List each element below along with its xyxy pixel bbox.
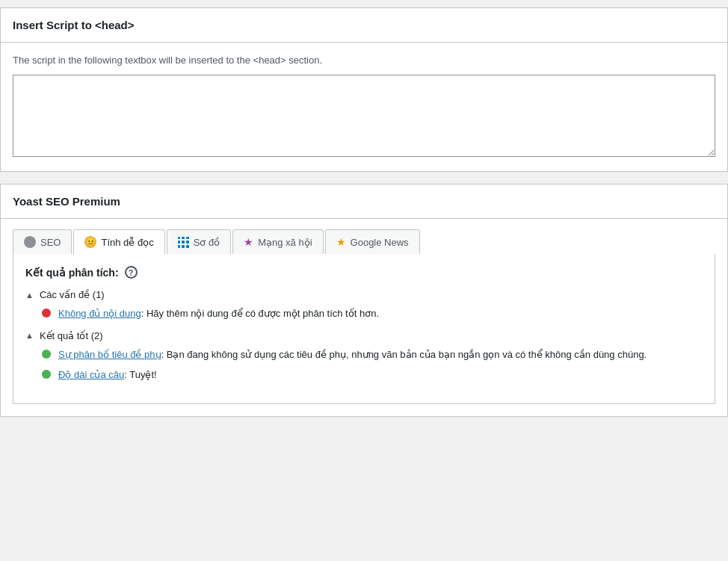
good-link-0[interactable]: Sự phân bố tiêu đề phụ bbox=[58, 349, 161, 360]
yoast-seo-section: Yoast SEO Premium SEO 😐 Tính dễ đọc Sơ đ… bbox=[0, 184, 728, 417]
good-suffix-0: : Bạn đang không sử dụng các tiêu đề phụ… bbox=[161, 349, 647, 360]
insert-script-description: The script in the following textbox will… bbox=[13, 55, 715, 66]
tab-readability-label: Tính dễ đọc bbox=[101, 237, 153, 248]
google-news-icon: ★ bbox=[336, 236, 346, 248]
tab-google-news-label: Google News bbox=[351, 237, 409, 248]
good-item-text-0: Sự phân bố tiêu đề phụ: Bạn đang không s… bbox=[58, 347, 703, 362]
tab-readability[interactable]: 😐 Tính dễ đọc bbox=[73, 229, 164, 255]
help-icon[interactable]: ? bbox=[125, 266, 138, 279]
page-wrapper: Insert Script to <head> The script in th… bbox=[0, 0, 728, 561]
insert-script-body: The script in the following textbox will… bbox=[1, 43, 727, 171]
insert-script-title: Insert Script to <head> bbox=[1, 8, 727, 43]
tab-seo[interactable]: SEO bbox=[13, 229, 72, 254]
social-icon: ★ bbox=[244, 236, 253, 248]
insert-script-section: Insert Script to <head> The script in th… bbox=[0, 7, 728, 172]
good-status-dot-1 bbox=[42, 370, 51, 379]
issue-suffix-0: : Hãy thêm nội dung để có được một phân … bbox=[141, 308, 379, 319]
tab-schema[interactable]: Sơ đồ bbox=[167, 229, 232, 254]
script-textarea[interactable] bbox=[13, 75, 715, 157]
good-item-1: Độ dài của câu: Tuyệt! bbox=[25, 368, 703, 382]
good-suffix-1: : Tuyệt! bbox=[124, 369, 156, 380]
tabs-container: SEO 😐 Tính dễ đọc Sơ đồ ★ Mạng xã hội ★ bbox=[1, 219, 727, 254]
good-chevron-icon: ▲ bbox=[25, 331, 34, 340]
issues-group: ▲ Các vấn đề (1) Không đủ nội dung: Hãy … bbox=[25, 289, 703, 321]
issue-status-dot-0 bbox=[42, 309, 51, 317]
seo-icon bbox=[24, 236, 36, 248]
good-group-header: ▲ Kết quả tốt (2) bbox=[25, 330, 703, 341]
issue-link-0[interactable]: Không đủ nội dung bbox=[58, 308, 141, 319]
issues-chevron-icon: ▲ bbox=[25, 291, 34, 300]
tab-social-label: Mạng xã hội bbox=[258, 237, 312, 248]
issues-group-header: ▲ Các vấn đề (1) bbox=[25, 289, 703, 300]
yoast-title: Yoast SEO Premium bbox=[1, 185, 727, 219]
good-group: ▲ Kết quả tốt (2) Sự phân bố tiêu đề phụ… bbox=[25, 330, 703, 382]
schema-icon bbox=[178, 237, 189, 248]
analysis-title-text: Kết quả phân tích: bbox=[25, 267, 119, 279]
issue-item-text-0: Không đủ nội dung: Hãy thêm nội dung để … bbox=[58, 306, 703, 321]
good-item-text-1: Độ dài của câu: Tuyệt! bbox=[58, 368, 703, 382]
tab-schema-label: Sơ đồ bbox=[194, 237, 220, 248]
analysis-title-row: Kết quả phân tích: ? bbox=[25, 266, 703, 279]
issues-group-label: Các vấn đề (1) bbox=[40, 289, 105, 300]
tab-seo-label: SEO bbox=[40, 237, 61, 248]
issue-item-0: Không đủ nội dung: Hãy thêm nội dung để … bbox=[25, 306, 703, 321]
good-group-label: Kết quả tốt (2) bbox=[40, 330, 103, 341]
good-status-dot-0 bbox=[42, 350, 51, 359]
tab-google-news[interactable]: ★ Google News bbox=[325, 229, 420, 254]
good-item-0: Sự phân bố tiêu đề phụ: Bạn đang không s… bbox=[25, 347, 703, 362]
good-link-1[interactable]: Độ dài của câu bbox=[58, 369, 124, 380]
readability-icon: 😐 bbox=[84, 236, 96, 248]
tab-social[interactable]: ★ Mạng xã hội bbox=[232, 229, 323, 254]
analysis-panel: Kết quả phân tích: ? ▲ Các vấn đề (1) Kh… bbox=[13, 254, 715, 404]
